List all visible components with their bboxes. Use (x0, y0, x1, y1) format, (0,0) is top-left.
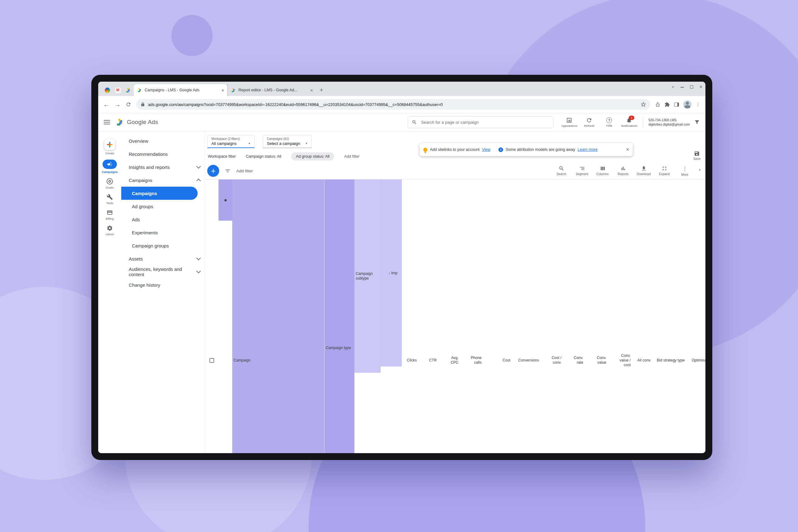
search-tool-button[interactable]: Search (552, 166, 571, 176)
sidebar-item-ads[interactable]: Ads (121, 213, 205, 226)
sidebar-item-experiments[interactable]: Experiments (121, 226, 205, 239)
expand-tool-button[interactable]: Expand (655, 166, 673, 176)
campaign-selector-label: Campaigns (61) (267, 137, 308, 140)
browser-profile-avatar[interactable] (683, 100, 691, 109)
url-bar[interactable]: ads.google.com/aw/campaigns?ocid=7037749… (136, 99, 650, 110)
account-filter-icon[interactable] (694, 119, 700, 125)
add-filter-button[interactable]: Add filter (236, 169, 253, 173)
maximize-icon[interactable] (690, 86, 693, 89)
google-ads-favicon-icon (137, 88, 142, 93)
rail-item-goals[interactable]: Goals (106, 178, 114, 189)
appearance-button[interactable]: Appearance (560, 117, 578, 128)
back-icon[interactable]: ← (103, 101, 109, 108)
rail-item-campaigns[interactable]: Campaigns (102, 159, 117, 174)
download-tool-button[interactable]: Download (634, 166, 653, 176)
column-header-bid-strategy-type[interactable]: Bid strategy type (656, 179, 690, 453)
rail-label: Billing (106, 217, 113, 220)
global-search[interactable] (408, 116, 554, 128)
attribution-learn-more-link[interactable]: Learn more (577, 147, 597, 152)
workspace-filter-chip[interactable]: Workspace filter (208, 154, 236, 159)
google-ads-logo[interactable]: Google Ads (116, 118, 158, 126)
sidebar-item-ad-groups[interactable]: Ad groups (121, 200, 205, 213)
save-button[interactable]: Save (693, 151, 700, 160)
sitelinks-view-link[interactable]: View (482, 147, 490, 152)
rail-item-admin[interactable]: Admin (106, 225, 114, 236)
workspace-selector[interactable]: Workspace (2 filters) All campaigns▼ (207, 135, 255, 148)
save-icon (694, 151, 700, 156)
columns-tool-button[interactable]: Columns (593, 166, 612, 176)
sidebar-item-change-history[interactable]: Change history (121, 278, 205, 291)
column-header-ctr[interactable]: CTR (421, 179, 441, 453)
reload-icon[interactable] (126, 101, 131, 107)
sidebar-item-audiences-keywords-and-content[interactable]: Audiences, keywords and content (121, 265, 205, 278)
add-campaign-button[interactable]: + (207, 165, 219, 177)
toast-close-icon[interactable]: × (626, 147, 629, 152)
column-header-conversions[interactable]: Conversions (515, 179, 543, 453)
rail-item-create[interactable]: Create (104, 139, 115, 155)
column-header-conv-rate[interactable]: Conv. rate (566, 179, 588, 453)
sidebar-item-campaigns[interactable]: Campaigns (121, 174, 205, 187)
main-content: Workspace (2 filters) All campaigns▼ Cam… (205, 131, 705, 453)
column-header-conv-value-cost[interactable]: Conv. value / cost (611, 179, 635, 453)
new-tab-button[interactable]: + (316, 84, 327, 96)
add-filter-chip[interactable]: Add filter (344, 154, 359, 159)
search-input[interactable] (420, 120, 550, 125)
pinned-tab-gmail[interactable]: M (113, 84, 123, 96)
sidebar-item-overview[interactable]: Overview (121, 134, 205, 147)
column-header-clicks[interactable]: Clicks (402, 179, 421, 453)
account-info[interactable]: 526-734-1368 LMS digitvibez.digital@gmai… (648, 118, 690, 127)
select-all-checkbox[interactable] (209, 358, 214, 363)
help-icon: ? (606, 117, 612, 123)
column-header-avg-cpc[interactable]: Avg. CPC (441, 179, 463, 453)
column-header-campaign-type[interactable]: Campaign type (324, 179, 355, 453)
hamburger-menu-icon[interactable] (104, 120, 110, 125)
column-header-cost-conv[interactable]: Cost / conv. (543, 179, 566, 453)
navigation-rail: Create Campaigns Goals Tools (98, 131, 121, 453)
campaign-selector[interactable]: Campaigns (61) Select a campaign▼ (263, 135, 312, 148)
browser-menu-icon[interactable]: ⋮ (696, 101, 700, 107)
column-header-optimisation[interactable]: Optimisation (690, 179, 705, 453)
status-column-header (218, 179, 232, 221)
sidebar-item-recommendations[interactable]: Recommendations (121, 147, 205, 160)
minimize-icon[interactable] (681, 87, 684, 88)
notifications-button[interactable]: 1 Notifications (620, 117, 638, 128)
pinned-tab-ads[interactable] (123, 84, 134, 96)
rail-item-tools[interactable]: Tools (106, 194, 113, 205)
forward-icon[interactable]: → (114, 101, 121, 108)
column-header-phone-calls[interactable]: Phone calls (463, 179, 486, 453)
segment-tool-button[interactable]: Segment (573, 166, 591, 176)
column-header-campaign-subtype[interactable]: Campaign subtype (355, 179, 381, 373)
chevron-down-icon[interactable]: ▼ (672, 86, 674, 89)
reports-tool-button[interactable]: Reports (614, 166, 632, 176)
close-window-icon[interactable]: × (700, 84, 702, 90)
lock-icon[interactable] (140, 102, 145, 107)
collapse-toolbar-chevron-icon[interactable]: ▼ (699, 169, 701, 171)
tab-report-editor[interactable]: Report editor - LMS - Google Ad... × (227, 84, 316, 96)
more-tool-button[interactable]: ⋮ More (676, 166, 694, 176)
bookmark-star-icon[interactable] (641, 102, 646, 107)
url-text: ads.google.com/aw/campaigns?ocid=7037749… (148, 102, 638, 107)
column-header-cost[interactable]: Cost (486, 179, 515, 453)
side-panel-icon[interactable] (674, 102, 679, 107)
filter-funnel-icon[interactable] (225, 168, 231, 174)
pinned-tab-loop[interactable] (102, 84, 113, 96)
segment-icon (579, 166, 585, 171)
sidebar-item-insights-and-reports[interactable]: Insights and reports (121, 160, 205, 174)
tab-campaigns[interactable]: Campaigns - LMS - Google Ads × (134, 84, 227, 96)
tab-close-icon[interactable]: × (310, 88, 313, 93)
tab-close-icon[interactable]: × (221, 88, 224, 93)
column-header-all-conv[interactable]: All conv. (635, 179, 656, 453)
share-icon[interactable] (655, 102, 660, 107)
campaign-status-chip[interactable]: Campaign status: All (246, 154, 281, 159)
column-header-campaign[interactable]: Campaign (232, 179, 324, 453)
sidebar-item-campaign-groups[interactable]: Campaign groups (121, 239, 205, 252)
extensions-puzzle-icon[interactable] (665, 102, 670, 107)
help-button[interactable]: ? Help (600, 117, 618, 127)
rail-item-billing[interactable]: Billing (106, 209, 113, 220)
sidebar-item-assets[interactable]: Assets (121, 252, 205, 265)
refresh-button[interactable]: Refresh (580, 117, 598, 128)
sidebar-item-campaigns[interactable]: Campaigns (121, 187, 197, 200)
column-header-conv-value[interactable]: Conv. value (588, 179, 611, 453)
ad-group-status-chip[interactable]: Ad group status: All (291, 152, 334, 160)
column-header-imp[interactable]: ↓ Imp (381, 179, 402, 366)
